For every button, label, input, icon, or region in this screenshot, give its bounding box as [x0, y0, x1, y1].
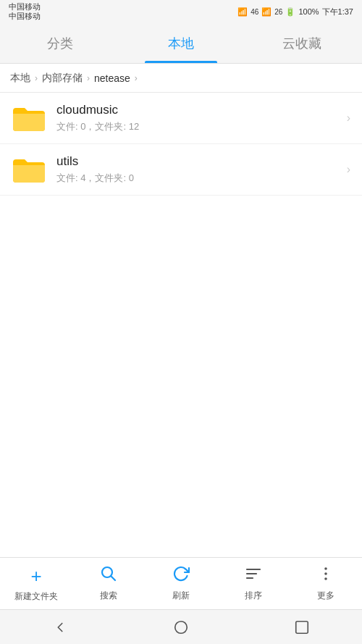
- tab-local[interactable]: 本地: [121, 23, 242, 63]
- file-list: cloudmusic 文件: 0，文件夹: 12 › utils 文件: 4，文…: [0, 93, 362, 557]
- toolbar-new-folder-label: 新建文件夹: [14, 590, 58, 603]
- breadcrumb-sep-2: ›: [87, 73, 90, 83]
- tab-classify[interactable]: 分类: [0, 23, 121, 63]
- file-name-cloudmusic: cloudmusic: [56, 103, 341, 117]
- toolbar-more[interactable]: 更多: [290, 559, 362, 608]
- status-bar: 中国移动 中国移动 📶 46 📶 26 🔋 100% 下午1:37: [0, 0, 362, 23]
- tab-cloud[interactable]: 云收藏: [241, 23, 362, 63]
- toolbar-search-label: 搜索: [100, 590, 117, 602]
- tab-classify-label: 分类: [47, 35, 73, 52]
- nav-back-button[interactable]: [46, 613, 75, 642]
- battery-icon: 🔋: [285, 7, 295, 17]
- file-item-cloudmusic[interactable]: cloudmusic 文件: 0，文件夹: 12 ›: [0, 93, 362, 144]
- bottom-toolbar: + 新建文件夹 搜索 刷新 排序: [0, 557, 362, 609]
- carrier1: 中国移动: [9, 2, 41, 12]
- file-list-container: cloudmusic 文件: 0，文件夹: 12 › utils 文件: 4，文…: [0, 93, 362, 557]
- file-meta-cloudmusic: 文件: 0，文件夹: 12: [56, 120, 341, 133]
- file-name-utils: utils: [56, 154, 341, 169]
- tab-local-label: 本地: [168, 35, 194, 52]
- breadcrumb: 本地 › 内部存储 › netease ›: [0, 64, 362, 93]
- svg-line-1: [111, 577, 116, 581]
- toolbar-search[interactable]: 搜索: [72, 559, 145, 608]
- toolbar-sort[interactable]: 排序: [217, 559, 290, 608]
- svg-point-7: [324, 577, 327, 580]
- breadcrumb-internal-storage[interactable]: 内部存储: [42, 72, 83, 85]
- nav-home-button[interactable]: [167, 613, 195, 642]
- breadcrumb-local[interactable]: 本地: [10, 72, 30, 85]
- time-display: 下午1:37: [322, 7, 353, 17]
- toolbar-more-label: 更多: [317, 590, 334, 602]
- signal-bars: 📶: [261, 7, 272, 17]
- svg-point-6: [324, 572, 327, 575]
- svg-rect-9: [295, 621, 308, 633]
- status-indicators: 📶 46 📶 26 🔋 100% 下午1:37: [237, 7, 353, 17]
- folder-icon-utils: [12, 154, 46, 185]
- sort-icon: [245, 565, 262, 587]
- signal-strength2: 26: [274, 8, 282, 16]
- battery-level: 100%: [298, 7, 319, 16]
- file-item-utils[interactable]: utils 文件: 4，文件夹: 0 ›: [0, 144, 362, 196]
- breadcrumb-sep-1: ›: [35, 73, 38, 83]
- wifi-icon: 📶: [237, 7, 248, 17]
- tab-bar: 分类 本地 云收藏: [0, 23, 362, 64]
- chevron-right-cloudmusic: ›: [347, 112, 350, 125]
- carrier2: 中国移动: [9, 12, 41, 21]
- toolbar-new-folder[interactable]: + 新建文件夹: [0, 559, 72, 609]
- signal-strength: 46: [251, 8, 258, 16]
- toolbar-refresh-label: 刷新: [172, 590, 190, 602]
- search-icon: [100, 565, 117, 587]
- svg-point-8: [175, 621, 188, 633]
- refresh-icon: [172, 565, 190, 587]
- breadcrumb-netease[interactable]: netease: [94, 72, 130, 84]
- tab-cloud-label: 云收藏: [282, 35, 321, 52]
- more-icon: [317, 565, 334, 587]
- folder-icon-cloudmusic: [12, 103, 46, 133]
- carrier-info: 中国移动 中国移动: [9, 2, 41, 21]
- file-info-utils: utils 文件: 4，文件夹: 0: [56, 154, 341, 185]
- breadcrumb-sep-3: ›: [135, 73, 138, 83]
- plus-icon: +: [30, 565, 41, 587]
- file-meta-utils: 文件: 4，文件夹: 0: [56, 172, 341, 185]
- nav-bar: [0, 609, 362, 644]
- file-info-cloudmusic: cloudmusic 文件: 0，文件夹: 12: [56, 103, 341, 133]
- chevron-right-utils: ›: [347, 163, 350, 176]
- toolbar-sort-label: 排序: [245, 590, 262, 602]
- toolbar-refresh[interactable]: 刷新: [145, 559, 217, 608]
- svg-point-5: [324, 567, 327, 570]
- nav-recent-button[interactable]: [287, 613, 316, 642]
